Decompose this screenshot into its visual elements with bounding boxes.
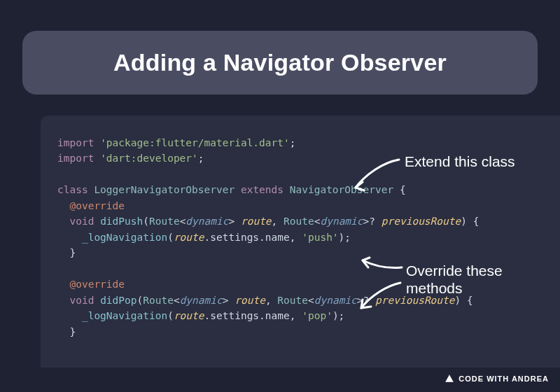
code-line: _logNavigation(route.settings.name, 'pop… (57, 308, 543, 323)
brand-logo-icon (444, 374, 454, 384)
code-line: } (57, 245, 543, 260)
code-line: import 'package:flutter/material.dart'; (57, 135, 543, 150)
brand-badge: CODE WITH ANDREA (444, 374, 549, 384)
code-line: class LoggerNavigatorObserver extends Na… (57, 182, 543, 197)
code-line: void didPush(Route<dynamic> route, Route… (57, 214, 543, 229)
code-line: _logNavigation(route.settings.name, 'pus… (57, 230, 543, 245)
arrow-icon (349, 154, 405, 196)
arrow-icon (356, 279, 405, 314)
brand-text: CODE WITH ANDREA (458, 374, 549, 383)
code-line: @override (57, 198, 543, 214)
title-card: Adding a Navigator Observer (22, 31, 538, 94)
annotation-override: Override these methods (406, 262, 503, 297)
page-title: Adding a Navigator Observer (36, 49, 524, 76)
annotation-extend: Extend this class (405, 153, 515, 170)
arrow-icon (357, 253, 406, 273)
code-line: } (57, 324, 543, 340)
